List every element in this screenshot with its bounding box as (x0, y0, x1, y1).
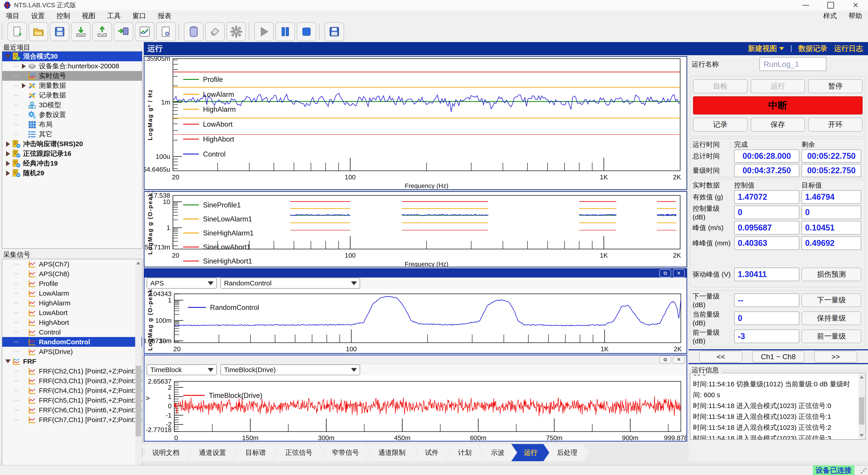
expand-icon[interactable] (22, 83, 26, 88)
signal-item-2[interactable]: Profile (2, 279, 142, 288)
abort-button[interactable]: 中断 (693, 96, 863, 115)
import-project-button[interactable] (114, 22, 133, 41)
save-run-button[interactable] (324, 22, 344, 41)
menu-right-1[interactable]: 帮助 (843, 10, 868, 21)
project-item-2[interactable]: 实时信号 (2, 71, 142, 81)
open-folder-button[interactable] (29, 22, 48, 41)
pause-button[interactable] (276, 22, 295, 41)
header-action-2[interactable]: 运行日志 (834, 43, 863, 54)
selfcheck-button[interactable]: 自检 (693, 79, 747, 93)
collapse-icon[interactable] (5, 359, 11, 363)
signal-item-9[interactable]: APS(Drive) (2, 347, 142, 356)
database-button[interactable] (184, 22, 204, 41)
signal-group-dropdown[interactable]: APS (147, 278, 217, 289)
header-action-0[interactable]: 新建视图 (748, 43, 784, 54)
signal-chart-button[interactable] (135, 22, 154, 41)
restore-panel-icon[interactable]: ⧉ (659, 356, 671, 364)
project-item-0[interactable]: 混合模式30 (2, 52, 142, 61)
signal-item-7[interactable]: Control (2, 327, 142, 337)
project-item-3[interactable]: 测量数据 (2, 81, 142, 90)
tab-1[interactable]: 通道设置 (186, 444, 238, 461)
signal-item-8[interactable]: RandomControl (2, 337, 142, 347)
menu-4[interactable]: 工具 (101, 10, 127, 21)
tab-8[interactable]: 示波 (478, 444, 516, 461)
signal-item-5[interactable]: LowAbort (2, 308, 142, 318)
restore-panel-icon[interactable]: ⧉ (659, 269, 671, 277)
collapse-icon[interactable] (5, 55, 11, 58)
menu-5[interactable]: 窗口 (127, 10, 152, 21)
signal-item-1[interactable]: APS(Ch8) (2, 269, 142, 279)
scroll-down-icon[interactable] (859, 432, 865, 439)
save-button[interactable] (50, 22, 69, 41)
signal-item-3[interactable]: LowAlarm (2, 288, 142, 298)
expand-icon[interactable] (6, 151, 10, 156)
collapse-axis-handle[interactable]: > (145, 394, 150, 403)
minimize-button[interactable] (794, 0, 818, 10)
new-file-button[interactable] (7, 22, 27, 41)
close-panel-icon[interactable]: ✕ (673, 269, 685, 277)
import-data-button[interactable] (71, 22, 91, 41)
project-item-4[interactable]: 记录数据 (2, 90, 142, 100)
signal-item-11[interactable]: FRF(Ch2,Ch1) [Point2,+Z;Point1,+Z] (2, 366, 142, 376)
signal-item-10[interactable]: FRF (2, 356, 142, 366)
signal-item-15[interactable]: FRF(Ch6,Ch1) [Point6,+Z;Point1,+Z] (2, 405, 142, 415)
menu-right-0[interactable]: 样式 (817, 10, 843, 21)
signal-tree-scrollbar[interactable] (135, 260, 142, 475)
tab-9[interactable]: 运行 (511, 444, 549, 461)
pause-button[interactable]: 暂停 (808, 79, 863, 93)
scroll-up-icon[interactable] (135, 260, 142, 266)
project-item-1[interactable]: 设备集合:hunterbox-20008 (2, 61, 142, 71)
menu-2[interactable]: 控制 (51, 10, 76, 21)
run-name-input[interactable] (760, 57, 827, 71)
aps-panel-titlebar[interactable]: ⧉ ✕ (145, 269, 686, 277)
project-item-11[interactable]: 经典冲击19 (2, 158, 142, 168)
signal-item-0[interactable]: APS(Ch7) (2, 259, 142, 269)
run-info-log[interactable]: 30 s时间:11:54:16 切换量级(1012) 当前量级:0 dB 量级时… (690, 373, 866, 440)
signal-dropdown[interactable]: TimeBlock(Drive) (220, 364, 360, 375)
project-item-9[interactable]: 冲击响应谱(SRS)20 (2, 139, 142, 149)
tab-2[interactable]: 目标谱 (233, 444, 278, 461)
level-button[interactable]: 下一量级 (802, 293, 861, 307)
project-item-10[interactable]: 正弦跟踪记录16 (2, 149, 142, 158)
report-button[interactable] (156, 22, 176, 41)
prev-channels-button[interactable]: << (700, 351, 742, 363)
tab-0[interactable]: 说明文档 (140, 444, 191, 461)
resize-grip[interactable] (860, 468, 866, 474)
menu-3[interactable]: 视图 (76, 10, 101, 21)
close-button[interactable]: ✕ (843, 0, 868, 10)
project-item-12[interactable]: 随机29 (2, 168, 142, 178)
level-button[interactable]: 前一量级 (802, 330, 861, 343)
run-button[interactable]: 运行 (751, 79, 805, 93)
timeblock-panel-titlebar[interactable]: ⧉ ✕ (145, 355, 686, 364)
scrollbar-thumb[interactable] (135, 366, 141, 437)
close-panel-icon[interactable]: ✕ (673, 356, 685, 364)
tab-10[interactable]: 后处理 (544, 444, 589, 461)
signal-dropdown[interactable]: RandomControl (220, 278, 360, 289)
expand-icon[interactable] (22, 64, 26, 69)
openloop-button[interactable]: 开环 (808, 118, 863, 131)
menu-0[interactable]: 项目 (0, 10, 25, 21)
settings-gear-button[interactable] (226, 22, 246, 41)
expand-icon[interactable] (6, 171, 10, 176)
signal-group-dropdown[interactable]: TimeBlock (147, 364, 217, 375)
log-scrollbar[interactable] (859, 374, 865, 439)
export-data-button[interactable] (92, 22, 112, 41)
signal-item-6[interactable]: HighAbort (2, 318, 142, 327)
eraser-button[interactable] (205, 22, 225, 41)
damage-predict-button[interactable]: 损伤预测 (802, 268, 861, 281)
maximize-button[interactable] (818, 0, 843, 10)
scrollbar-thumb[interactable] (859, 397, 864, 424)
expand-icon[interactable] (6, 161, 10, 166)
signal-item-4[interactable]: HighAlarm (2, 298, 142, 308)
tab-5[interactable]: 通道限制 (366, 444, 417, 461)
stop-button[interactable] (297, 22, 316, 41)
signal-item-12[interactable]: FRF(Ch3,Ch1) [Point3,+Z;Point1,+Z] (2, 376, 142, 386)
tab-3[interactable]: 正弦信号 (273, 444, 324, 461)
scroll-up-icon[interactable] (859, 374, 865, 381)
project-item-7[interactable]: 布局 (2, 120, 142, 129)
header-action-1[interactable]: 数据记录 (798, 43, 827, 54)
tab-4[interactable]: 窄带信号 (319, 444, 371, 461)
menu-1[interactable]: 设置 (25, 10, 51, 21)
project-item-8[interactable]: 其它 (2, 129, 142, 139)
tab-6[interactable]: 试件 (412, 444, 450, 461)
